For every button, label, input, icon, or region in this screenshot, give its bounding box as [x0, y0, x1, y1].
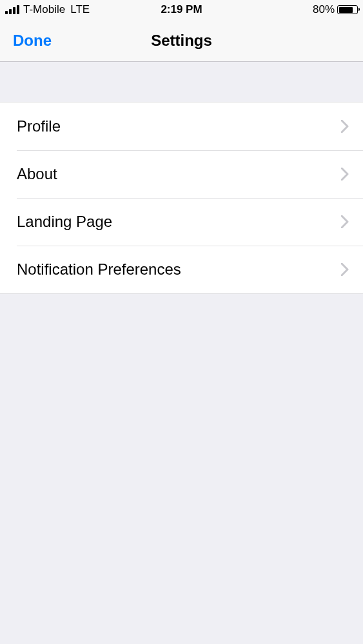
done-button[interactable]: Done: [13, 32, 52, 50]
chevron-right-icon: [341, 263, 349, 276]
navigation-bar: Done Settings: [0, 19, 363, 62]
page-title: Settings: [151, 32, 212, 50]
status-bar: T-Mobile LTE 2:19 PM 80%: [0, 0, 363, 19]
settings-item-notification-preferences[interactable]: Notification Preferences: [0, 246, 363, 293]
settings-item-about[interactable]: About: [0, 150, 363, 198]
settings-list: Profile About Landing Page Notification …: [0, 102, 363, 294]
network-type-label: LTE: [70, 3, 90, 16]
status-time: 2:19 PM: [161, 3, 202, 16]
settings-item-landing-page[interactable]: Landing Page: [0, 198, 363, 246]
list-item-label: Landing Page: [17, 213, 112, 231]
list-item-label: About: [17, 165, 57, 183]
status-left: T-Mobile LTE: [5, 3, 90, 16]
battery-percent-label: 80%: [313, 3, 335, 16]
chevron-right-icon: [341, 120, 349, 133]
carrier-label: T-Mobile: [23, 3, 65, 16]
list-item-label: Profile: [17, 117, 61, 135]
section-spacer: [0, 62, 363, 102]
signal-strength-icon: [5, 5, 19, 14]
battery-icon: [337, 5, 358, 14]
list-item-label: Notification Preferences: [17, 260, 181, 278]
settings-item-profile[interactable]: Profile: [0, 102, 363, 150]
status-right: 80%: [313, 3, 358, 16]
chevron-right-icon: [341, 215, 349, 228]
chevron-right-icon: [341, 168, 349, 181]
